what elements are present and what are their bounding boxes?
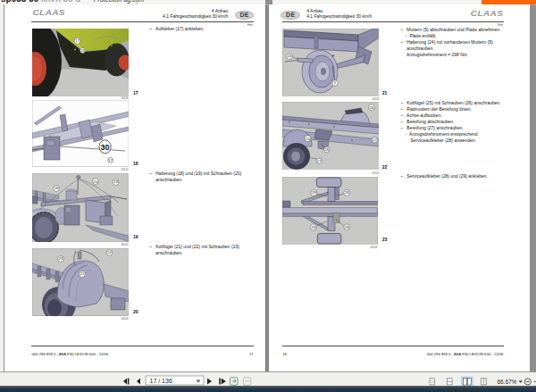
svg-text:20: 20 — [93, 179, 97, 184]
svg-text:17 / 136: 17 / 136 — [150, 377, 172, 383]
svg-text:26: 26 — [80, 48, 85, 53]
svg-text:16: 16 — [54, 187, 58, 191]
svg-text:21: 21 — [80, 272, 84, 277]
svg-text:28: 28 — [345, 190, 349, 195]
svg-text:25: 25 — [306, 137, 310, 141]
svg-text:29: 29 — [312, 190, 316, 195]
svg-text:26: 26 — [324, 147, 329, 152]
svg-text:24: 24 — [288, 54, 292, 58]
svg-text:66.67%: 66.67% — [498, 379, 517, 385]
svg-text:27: 27 — [317, 159, 322, 163]
svg-text:22: 22 — [107, 251, 112, 255]
svg-text:26: 26 — [369, 105, 373, 110]
svg-text:30: 30 — [100, 143, 109, 152]
svg-text:17: 17 — [108, 158, 113, 163]
svg-text:29: 29 — [311, 224, 315, 229]
svg-text:23: 23 — [58, 257, 63, 262]
svg-text:28: 28 — [345, 224, 349, 229]
svg-text:19: 19 — [113, 180, 118, 185]
svg-text:17: 17 — [75, 38, 80, 43]
svg-text:27: 27 — [373, 138, 377, 142]
